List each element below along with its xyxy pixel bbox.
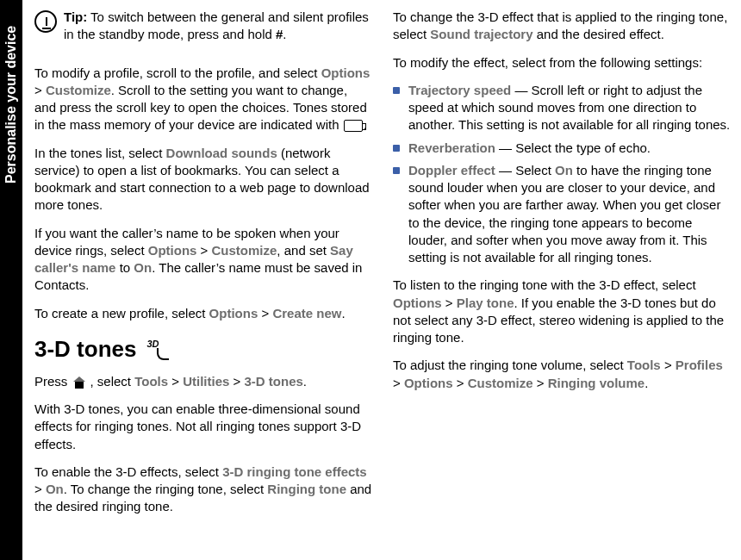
para-download-sounds: In the tones list, select Download sound… [34, 145, 372, 215]
tip-label: Tip: [64, 9, 87, 24]
side-tab: Personalise your device [0, 0, 22, 560]
page-content: Tip: To switch between the general and s… [34, 9, 731, 551]
section-heading-3d-tones: 3-D tones 3D [34, 334, 372, 364]
list-item: Reverberation — Select the type of echo. [393, 140, 731, 157]
para-play-tone: To listen to the ringing tone with the 3… [393, 277, 731, 346]
menu-key-icon [73, 376, 89, 389]
para-enable-3d: To enable the 3-D effects, select 3-D ri… [34, 464, 372, 516]
list-item: Trajectory speed — Scroll left or right … [393, 82, 731, 134]
tip-lightbulb-icon [34, 10, 57, 33]
para-say-caller-name: If you want the caller’s name to be spok… [34, 225, 372, 295]
para-modify-profile: To modify a profile, scroll to the profi… [34, 65, 372, 134]
para-nav-3d-tones: Press , select Tools > Utilities > 3-D t… [34, 373, 372, 390]
mass-memory-icon [344, 120, 363, 132]
para-sound-trajectory: To change the 3-D effect that is applied… [393, 9, 731, 44]
page-number: 96 [3, 531, 18, 548]
tip-text: Tip: To switch between the general and s… [64, 9, 372, 44]
effect-settings-list: Trajectory speed — Scroll left or right … [393, 82, 731, 267]
para-ringing-volume: To adjust the ringing tone volume, selec… [393, 357, 731, 392]
3d-tones-icon: 3D [145, 338, 171, 360]
para-3d-intro: With 3-D tones, you can enable three-dim… [34, 401, 372, 453]
para-create-profile: To create a new profile, select Options … [34, 305, 372, 322]
tip-block: Tip: To switch between the general and s… [34, 9, 372, 54]
para-modify-effect: To modify the effect, select from the fo… [393, 54, 731, 72]
list-item: Doppler effect — Select On to have the r… [393, 162, 731, 267]
